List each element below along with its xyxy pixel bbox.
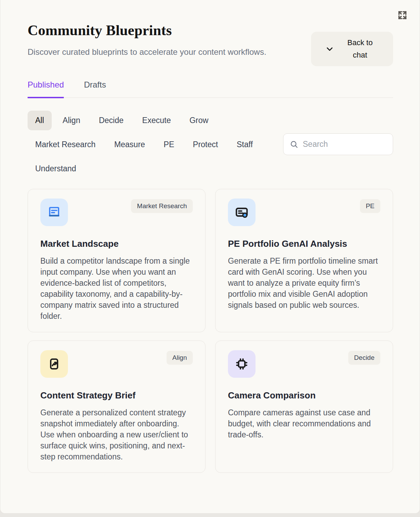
- filter-chip-understand[interactable]: Understand: [28, 159, 84, 179]
- blueprint-cards-grid: Market Research Market Landscape Build a…: [28, 189, 393, 478]
- card-content-strategy-brief[interactable]: Align Content Strategy Brief Generate a …: [28, 341, 206, 473]
- card-camera-comparison[interactable]: Decide Camera Comparison Compare cameras…: [215, 341, 393, 473]
- card-description: Generate a personalized content strategy…: [40, 407, 193, 462]
- category-badge: PE: [360, 199, 380, 213]
- category-badge: Decide: [348, 351, 380, 365]
- filter-chip-decide[interactable]: Decide: [91, 111, 131, 130]
- filter-area: All Align Decide Execute Grow Market Res…: [28, 111, 393, 179]
- page-subtitle: Discover curated blueprints to accelerat…: [28, 45, 266, 58]
- back-to-chat-button[interactable]: Back to chat: [311, 32, 393, 66]
- card-description: Compare cameras against use case and bud…: [228, 407, 380, 440]
- filter-chip-measure[interactable]: Measure: [107, 135, 152, 154]
- community-blueprints-panel: Community Blueprints Discover curated bl…: [0, 0, 420, 514]
- search-input[interactable]: [303, 140, 387, 149]
- back-to-chat-label: Back to chat: [341, 37, 379, 61]
- filter-chip-execute[interactable]: Execute: [134, 111, 178, 130]
- presentation-board-icon: [40, 199, 68, 226]
- certificate-card-icon: [228, 199, 256, 226]
- tab-bar: Published Drafts: [28, 80, 393, 98]
- filter-chip-staff[interactable]: Staff: [229, 135, 260, 154]
- card-title: Camera Comparison: [228, 387, 366, 404]
- card-title: PE Portfolio GenAI Analysis: [228, 235, 366, 252]
- trending-chart-icon: [40, 350, 68, 378]
- page-header: Community Blueprints Discover curated bl…: [28, 22, 393, 66]
- search-icon: [290, 140, 299, 149]
- search-box[interactable]: [283, 133, 393, 155]
- chevron-down-icon: [325, 44, 334, 54]
- filter-chip-protect[interactable]: Protect: [185, 135, 226, 154]
- filter-chips: All Align Decide Execute Grow Market Res…: [28, 111, 279, 179]
- filter-chip-pe[interactable]: PE: [156, 135, 182, 154]
- cpu-chip-icon: [228, 350, 256, 378]
- category-badge: Align: [167, 351, 193, 365]
- expand-icon[interactable]: [396, 9, 409, 21]
- card-market-landscape[interactable]: Market Research Market Landscape Build a…: [28, 189, 206, 332]
- filter-chip-align[interactable]: Align: [55, 111, 88, 130]
- page-title: Community Blueprints: [28, 22, 266, 39]
- card-pe-portfolio-genai-analysis[interactable]: PE PE Portfolio GenAI Analysis Generate …: [215, 189, 393, 332]
- filter-chip-market-research[interactable]: Market Research: [28, 135, 103, 154]
- tab-drafts[interactable]: Drafts: [84, 80, 106, 98]
- card-title: Market Landscape: [40, 235, 178, 252]
- category-badge: Market Research: [131, 199, 193, 213]
- card-title: Content Strategy Brief: [40, 387, 178, 404]
- filter-chip-grow[interactable]: Grow: [182, 111, 216, 130]
- card-description: Generate a PE firm portfolio timeline sm…: [228, 255, 380, 311]
- tab-published[interactable]: Published: [28, 80, 64, 98]
- filter-chip-all[interactable]: All: [28, 111, 52, 130]
- card-description: Build a competitor landscape from a sing…: [40, 255, 193, 322]
